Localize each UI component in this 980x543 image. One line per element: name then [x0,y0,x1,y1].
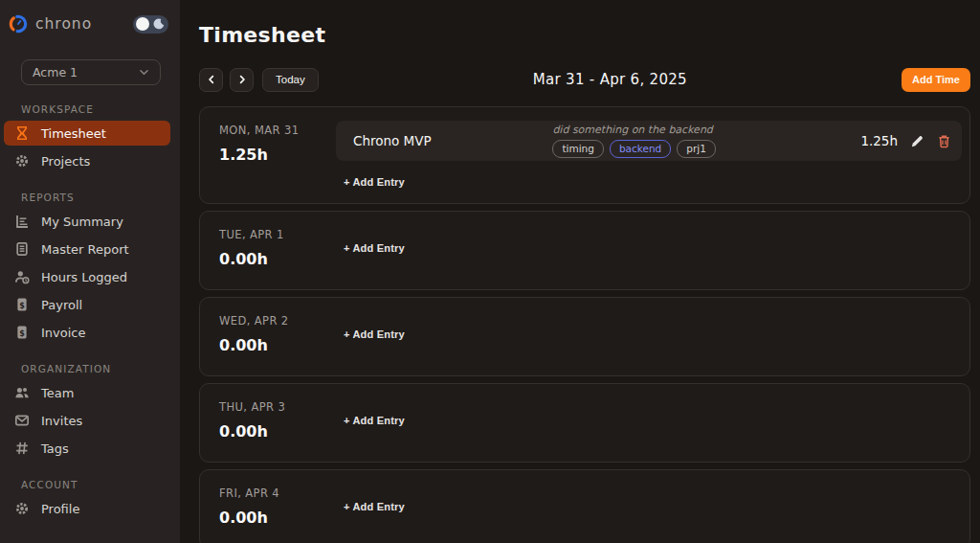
sidebar-item-timesheet[interactable]: Timesheet [4,121,170,146]
workspace-select-value: Acme 1 [33,65,138,79]
next-week-button[interactable] [230,68,254,92]
add-entry-button[interactable]: + Add Entry [344,501,405,512]
add-time-button[interactable]: Add Time [902,68,970,92]
day-total-hours: 1.25h [219,146,336,164]
edit-entry-button[interactable] [910,134,924,148]
day-summary: MON, MAR 31 1.25h [200,107,336,203]
trash-icon [937,134,951,148]
moon-icon [152,17,166,31]
file-dollar-icon [14,297,30,312]
add-entry-button[interactable]: + Add Entry [344,328,405,340]
sidebar-item-master-report[interactable]: Master Report [4,237,170,261]
hash-icon [14,441,30,456]
sidebar-item-label: Hours Logged [41,270,127,284]
entry-description: did something on the backend [552,124,860,136]
chevron-down-icon [138,66,150,79]
file-dollar-icon [14,325,30,340]
mail-icon [14,413,30,428]
day-total-hours: 0.00h [219,509,336,527]
main-content: Timesheet Today Mar 31 - Apr 6, 2025 Add… [180,0,980,543]
sidebar-item-payroll[interactable]: Payroll [4,292,170,317]
day-card: MON, MAR 31 1.25h Chrono MVP did somethi… [199,106,970,204]
day-date: TUE, APR 1 [219,228,336,241]
sidebar: chrono Acme 1 WORKSPACE Timesheet Projec… [0,0,180,543]
sidebar-item-my-summary[interactable]: My Summary [4,209,170,234]
sidebar-item-team[interactable]: Team [4,380,170,405]
entry-duration: 1.25h [860,133,898,148]
hourglass-icon [14,125,30,141]
day-date: MON, MAR 31 [219,124,336,137]
sidebar-item-projects[interactable]: Projects [4,148,170,173]
app-window: chrono Acme 1 WORKSPACE Timesheet Projec… [0,0,980,543]
tag-pill[interactable]: timing [552,140,604,158]
toolbar: Today Mar 31 - Apr 6, 2025 Add Time [199,67,970,92]
day-card: THU, APR 3 0.00h + Add Entry [199,383,970,463]
day-summary: FRI, APR 4 0.00h [200,470,336,543]
day-entries: + Add Entry [336,298,969,375]
entry-project-name: Chrono MVP [336,133,552,148]
theme-toggle[interactable] [133,15,168,34]
sidebar-item-invites[interactable]: Invites [4,408,170,433]
time-entry-row[interactable]: Chrono MVP did something on the backend … [336,121,962,161]
sidebar-item-invoice[interactable]: Invoice [4,320,170,345]
day-date: FRI, APR 4 [219,486,336,500]
page-title: Timesheet [199,23,970,47]
sidebar-item-label: Tags [41,441,69,456]
workspace-select[interactable]: Acme 1 [21,59,161,85]
gear-icon [14,153,30,169]
sidebar-item-label: Timesheet [41,126,106,141]
day-entries: Chrono MVP did something on the backend … [336,107,969,203]
sidebar-item-label: Master Report [41,242,129,257]
today-button[interactable]: Today [262,68,319,92]
sidebar-item-tags[interactable]: Tags [4,436,170,461]
day-entries: + Add Entry [336,384,969,462]
theme-toggle-thumb [136,17,149,31]
chevron-right-icon [236,74,248,85]
day-card: TUE, APR 1 0.00h + Add Entry [199,211,970,290]
entry-actions: 1.25h [860,133,962,148]
report-icon [14,241,30,257]
day-summary: THU, APR 3 0.00h [200,384,336,462]
section-label-reports: REPORTS [21,192,180,203]
section-label-account: ACCOUNT [21,479,180,490]
delete-entry-button[interactable] [937,134,951,148]
chart-icon [14,214,30,229]
sidebar-item-profile[interactable]: Profile [4,496,170,521]
day-summary: TUE, APR 1 0.00h [200,212,336,289]
day-list: MON, MAR 31 1.25h Chrono MVP did somethi… [199,106,970,543]
day-summary: WED, APR 2 0.00h [200,298,336,375]
entry-meta: did something on the backend timing back… [552,124,860,158]
add-entry-button[interactable]: + Add Entry [344,415,405,426]
add-entry-button[interactable]: + Add Entry [344,176,405,188]
day-total-hours: 0.00h [219,422,336,441]
section-label-organization: ORGANIZATION [21,363,180,374]
sidebar-item-label: Profile [41,502,79,516]
sidebar-item-label: Invoice [41,326,85,340]
chrono-logo-icon [8,13,29,34]
date-range: Mar 31 - Apr 6, 2025 [319,71,902,88]
day-total-hours: 0.00h [219,336,336,354]
chevron-left-icon [206,74,217,85]
users-icon [14,385,30,400]
sidebar-item-hours-logged[interactable]: Hours Logged [4,264,170,289]
day-date: WED, APR 2 [219,314,336,328]
brand-name: chrono [35,15,133,33]
tag-pill[interactable]: backend [610,140,671,158]
sidebar-item-label: Projects [41,154,90,169]
day-total-hours: 0.00h [219,250,336,268]
section-label-workspace: WORKSPACE [21,103,180,115]
user-clock-icon [14,269,30,284]
sidebar-item-label: My Summary [41,215,123,229]
add-entry-button[interactable]: + Add Entry [344,242,405,254]
gear-icon [14,501,30,516]
entry-tags: timing backend prj1 [552,140,860,158]
logo-row: chrono [0,10,180,36]
pencil-icon [910,134,924,148]
prev-week-button[interactable] [199,68,223,92]
day-card: WED, APR 2 0.00h + Add Entry [199,297,970,376]
tag-pill[interactable]: prj1 [677,140,716,158]
day-entries: + Add Entry [336,212,969,289]
day-entries: + Add Entry [336,470,969,543]
sidebar-item-label: Payroll [41,298,82,312]
sidebar-item-label: Team [41,386,74,400]
